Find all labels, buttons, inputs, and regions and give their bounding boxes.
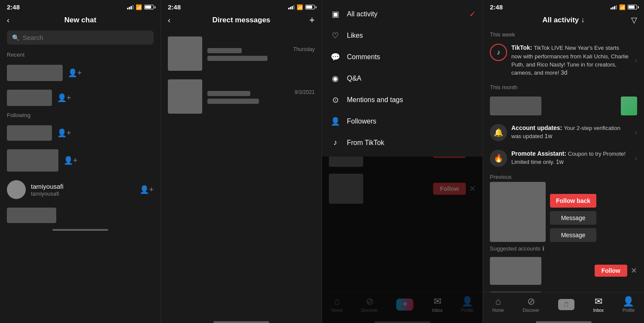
follow-back-button-p4[interactable]: Follow back: [550, 194, 596, 208]
time-p4: 2:48: [490, 3, 503, 11]
dropdown-item-qanda[interactable]: ◉ Q&A: [322, 68, 483, 89]
recent-label: Recent: [0, 50, 161, 60]
new-chat-title: New chat: [64, 16, 97, 24]
nav-home-p4[interactable]: ⌂ Home: [492, 296, 504, 313]
nav-profile-label-p4: Profile: [623, 308, 635, 313]
dismiss-button-p4-1[interactable]: ✕: [631, 266, 637, 275]
home-indicator: [213, 321, 269, 323]
search-box[interactable]: 🔍: [7, 30, 154, 45]
suggested-actions-p4-1: Follow ✕: [595, 265, 637, 277]
wifi-icon-p2: 📶: [297, 4, 303, 10]
message-content: 9/3/2021: [207, 89, 315, 104]
qanda-icon: ◉: [331, 74, 340, 83]
avatar-placeholder: [7, 125, 52, 141]
nav-create-p4[interactable]: 🎵: [558, 299, 574, 310]
message-content: Thursday: [207, 46, 315, 61]
status-icons-p2: 📶: [288, 4, 315, 10]
suggested-avatar-p4-1: [490, 257, 541, 285]
message-list: Thursday 9/3/2021: [161, 29, 322, 320]
dropdown-item-likes[interactable]: ♡ Likes: [322, 25, 483, 46]
follower-card-p4: Follow back Message Message: [483, 182, 644, 242]
follower-card-inner: Follow back Message Message: [490, 182, 637, 242]
filter-icon-p4[interactable]: ▽: [631, 15, 637, 25]
nav-inbox-p4[interactable]: ✉ Inbox: [593, 296, 604, 313]
list-item[interactable]: 👤+: [0, 85, 161, 110]
panel-direct-messages: 2:48 📶 ‹ Direct messages + Thursday: [161, 0, 322, 323]
add-contact-icon[interactable]: 👤+: [68, 68, 82, 78]
list-item[interactable]: [483, 92, 644, 120]
mentions-icon: ⊙: [331, 95, 340, 105]
contact-info: tamiyousafi tamiyousafi: [31, 183, 134, 197]
dropdown-item-followers[interactable]: 👤 Followers: [322, 111, 483, 132]
list-item[interactable]: [0, 203, 161, 227]
nav-discover-p4[interactable]: ⊘ Discover: [522, 296, 539, 313]
list-item[interactable]: 🔔 Account updates: Your 2-step verificat…: [483, 120, 644, 145]
wifi-icon-p1: 📶: [136, 4, 142, 10]
activity-image-placeholder: [490, 97, 541, 115]
list-item[interactable]: 🔥 Promote Assistant: Coupon to try Promo…: [483, 145, 644, 171]
nav-profile-p4[interactable]: 👤 Profile: [623, 296, 635, 313]
home-icon-p4: ⌂: [495, 296, 501, 307]
add-contact-icon[interactable]: 👤+: [57, 128, 71, 138]
activity-feed-content: This week ♪ TikTok: TikTok LIVE New Year…: [483, 29, 644, 292]
this-week-label: This week: [483, 29, 644, 39]
tiktok-logo-icon: ♪: [497, 48, 500, 56]
back-button-p1[interactable]: ‹: [7, 16, 9, 25]
status-icons-p4: 📶: [611, 4, 637, 10]
dropdown-item-all-activity[interactable]: ▣ All activity ✓: [322, 3, 483, 25]
inbox-icon-p4: ✉: [595, 296, 602, 307]
status-icons-p1: 📶: [127, 4, 154, 10]
signal-icon-p4: [611, 5, 617, 9]
caret-down-icon: ↓: [581, 16, 585, 24]
message-date: Thursday: [293, 46, 315, 53]
list-item[interactable]: Thursday: [161, 32, 322, 75]
activity-feed-title[interactable]: All activity ↓: [542, 16, 585, 24]
add-contact-icon[interactable]: 👤+: [64, 156, 78, 165]
promote-text: Promote Assistant: Coupon to try Promote…: [511, 150, 631, 166]
time-p2: 2:48: [168, 3, 181, 11]
profile-icon-p4: 👤: [623, 296, 634, 307]
list-item[interactable]: tamiyousafi tamiyousafi 👤+: [0, 176, 161, 203]
list-item[interactable]: 👤+: [0, 60, 161, 85]
panel-activity-feed: 2:48 📶 All activity ↓ ▽ This week ♪ TikT…: [483, 0, 644, 323]
avatar-placeholder: [7, 208, 56, 223]
list-item[interactable]: 👤+: [0, 121, 161, 145]
add-contact-icon[interactable]: 👤+: [57, 93, 71, 103]
dropdown-item-from-tiktok[interactable]: ♪ From TikTok: [322, 132, 483, 153]
avatar: [168, 79, 202, 114]
dropdown-item-comments[interactable]: 💬 Comments: [322, 46, 483, 68]
list-item[interactable]: 👤+: [0, 145, 161, 176]
dm-header: ‹ Direct messages +: [161, 12, 322, 29]
follow-button-p4-1[interactable]: Follow: [595, 265, 627, 277]
search-input[interactable]: [23, 34, 149, 41]
comments-icon: 💬: [331, 52, 340, 62]
list-item[interactable]: 9/3/2021: [161, 75, 322, 118]
message-button-p4-1[interactable]: Message: [550, 211, 596, 225]
nav-inbox-label-p4: Inbox: [593, 308, 604, 313]
chevron-right-icon-2: ›: [635, 129, 637, 136]
chevron-right-icon: ›: [635, 57, 637, 64]
message-button-p4-2[interactable]: Message: [550, 228, 596, 242]
activity-thumb: [621, 97, 637, 115]
list-item[interactable]: ♪ TikTok: TikTok LIVE New Year's Eve sta…: [483, 39, 644, 82]
followers-icon: 👤: [331, 117, 340, 126]
likes-icon: ♡: [331, 31, 340, 40]
suggested-accounts-label-p4: Suggested accounts ℹ: [483, 242, 644, 254]
check-icon: ✓: [469, 9, 476, 19]
info-icon-p4: ℹ: [542, 245, 544, 252]
list-item[interactable]: Follow ✕: [483, 254, 644, 288]
new-chat-header: ‹ New chat: [0, 12, 161, 29]
compose-button[interactable]: +: [309, 15, 315, 26]
bottom-nav-p4: ⌂ Home ⊘ Discover 🎵 ✉ Inbox 👤 Profile: [483, 292, 644, 320]
panel-activity-dropdown: 2:48 📶 All activity ^ ▽ Previous Follow …: [322, 0, 483, 323]
back-button-p2[interactable]: ‹: [168, 16, 170, 25]
notification-text: TikTok: TikTok LIVE New Year's Eve start…: [511, 44, 631, 77]
add-contact-icon[interactable]: 👤+: [140, 185, 154, 194]
dropdown-item-mentions[interactable]: ⊙ Mentions and tags: [322, 89, 483, 111]
list-item[interactable]: Follow ✕: [483, 288, 644, 292]
avatar-placeholder: [7, 90, 52, 106]
this-month-label: This month: [483, 82, 644, 92]
activity-dropdown-overlay: ▣ All activity ✓ ♡ Likes 💬 Comments ◉ Q&…: [322, 0, 483, 323]
follower-actions-p4: Follow back Message Message: [550, 182, 596, 242]
follower-avatar-p4: [490, 182, 546, 242]
